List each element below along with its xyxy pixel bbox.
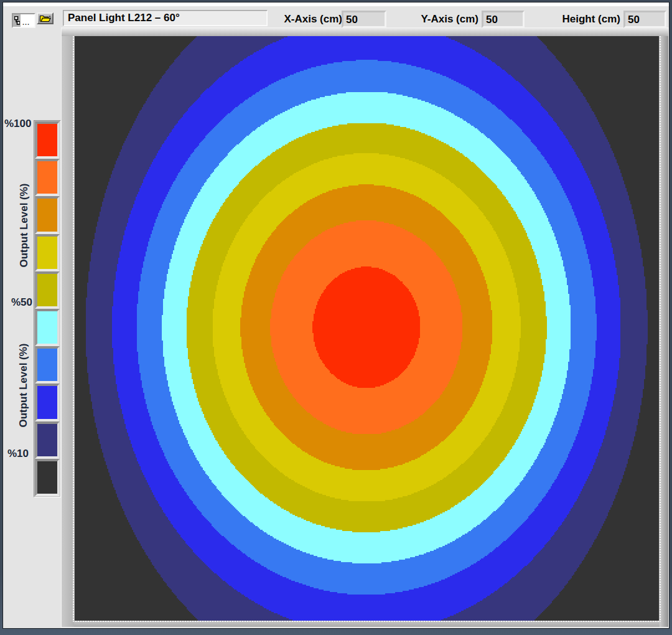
legend-swatch-30 bbox=[35, 383, 60, 421]
legend-swatch-80 bbox=[35, 196, 60, 233]
legend-swatch-40 bbox=[35, 346, 60, 383]
legend-tick-100: %100 bbox=[4, 118, 31, 130]
legend-swatch-70 bbox=[35, 234, 60, 271]
height-label: Height (cm) bbox=[552, 11, 620, 28]
legend-swatch-20 bbox=[35, 421, 60, 459]
intensity-plot-canvas bbox=[75, 36, 659, 621]
file-path-value[interactable]: ... bbox=[21, 14, 34, 27]
x-axis-input[interactable] bbox=[342, 11, 386, 28]
legend-swatch-60 bbox=[35, 271, 60, 309]
y-axis-input[interactable] bbox=[482, 11, 525, 28]
output-level-color-ramp bbox=[34, 120, 61, 497]
height-input[interactable] bbox=[623, 11, 666, 28]
path-nodes-icon bbox=[13, 14, 21, 27]
browse-folder-button[interactable] bbox=[37, 12, 54, 24]
open-folder-icon bbox=[39, 14, 51, 22]
legend-swatch-90 bbox=[35, 159, 60, 196]
legend-tick-10: %10 bbox=[7, 448, 29, 460]
intensity-plot-area bbox=[75, 36, 659, 621]
fixture-title-display: Panel Light L212 – 60° bbox=[63, 10, 268, 26]
app-window: { "window": { "title_display": "Panel Li… bbox=[0, 0, 672, 635]
legend-swatch-10 bbox=[35, 459, 60, 496]
y-axis-label: Y-Axis (cm) bbox=[410, 11, 478, 28]
legend-tick-50: %50 bbox=[11, 296, 32, 309]
legend-swatch-100 bbox=[35, 121, 60, 159]
file-path-control[interactable]: ... bbox=[12, 13, 35, 28]
legend-axis-label-upper: Output Level (%) bbox=[18, 183, 30, 267]
x-axis-label: X-Axis (cm) bbox=[274, 11, 342, 28]
legend-axis-label-lower: Output Level (%) bbox=[17, 343, 30, 427]
legend-swatch-50 bbox=[35, 309, 60, 346]
